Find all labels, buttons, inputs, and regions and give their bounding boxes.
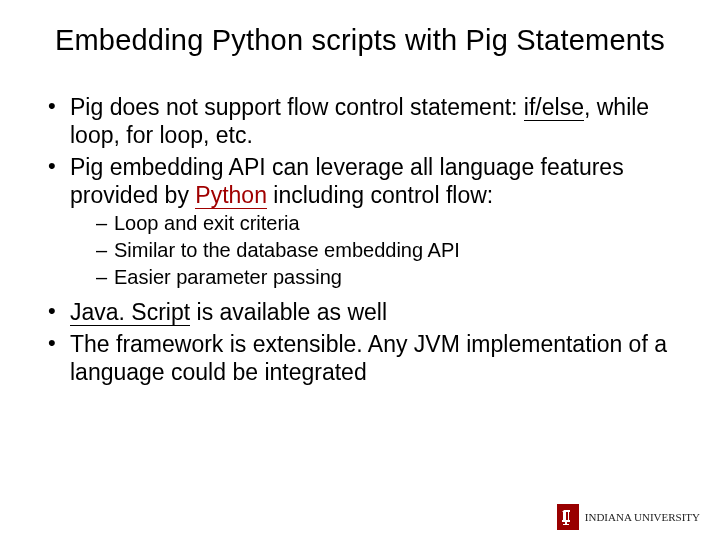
bullet-item: Java. Script is available as well (48, 298, 700, 326)
bullet-text: including control flow: (267, 182, 493, 208)
bullet-text: is available as well (190, 299, 387, 325)
sub-bullet-item: Loop and exit criteria (96, 211, 700, 236)
footer-logo: INDIANA UNIVERSITY (557, 504, 700, 530)
underline-text: if/else (524, 94, 584, 121)
bullet-list: Pig does not support flow control statem… (20, 93, 700, 386)
bullet-item: The framework is extensible. Any JVM imp… (48, 330, 700, 386)
bullet-item: Pig does not support flow control statem… (48, 93, 700, 149)
sub-bullet-item: Easier parameter passing (96, 265, 700, 290)
iu-trident-icon (557, 504, 579, 530)
logo-text: INDIANA UNIVERSITY (585, 511, 700, 523)
bullet-text: Pig does not support flow control statem… (70, 94, 524, 120)
bullet-item: Pig embedding API can leverage all langu… (48, 153, 700, 290)
sub-bullet-list: Loop and exit criteria Similar to the da… (70, 211, 700, 290)
underline-red-text: Python (195, 182, 267, 209)
slide: Embedding Python scripts with Pig Statem… (0, 0, 720, 540)
slide-title: Embedding Python scripts with Pig Statem… (0, 0, 720, 65)
underline-text: Java. Script (70, 299, 190, 326)
sub-bullet-item: Similar to the database embedding API (96, 238, 700, 263)
slide-content: Pig does not support flow control statem… (0, 65, 720, 386)
